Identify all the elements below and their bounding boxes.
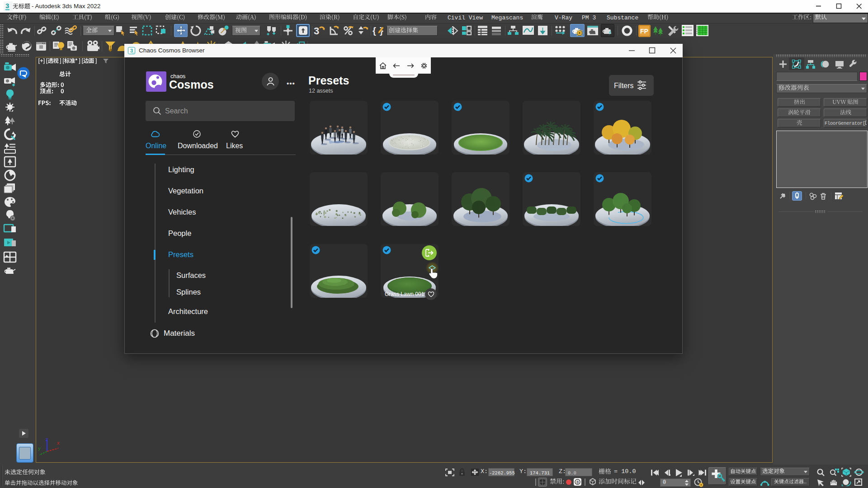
svg-text:0: 0	[576, 480, 579, 484]
svg-text:x: x	[57, 440, 60, 446]
svg-text:y: y	[38, 446, 41, 451]
svg-text:{: {	[373, 26, 376, 36]
svg-text:z: z	[46, 436, 48, 442]
svg-text:FP: FP	[640, 28, 648, 35]
svg-text:3: 3	[314, 25, 319, 37]
svg-text:3: 3	[5, 2, 9, 9]
